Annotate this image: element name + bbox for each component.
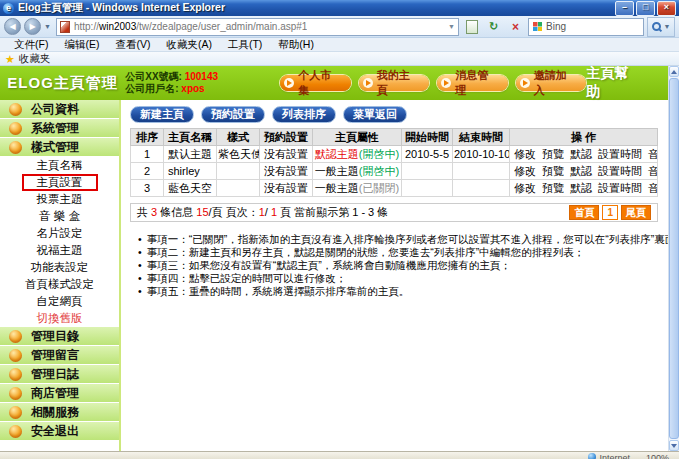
- menu-item[interactable]: 文件(F): [6, 38, 56, 52]
- operation-link[interactable]: 設置時間: [598, 165, 642, 177]
- sidebar-category[interactable]: 商店管理: [0, 384, 119, 403]
- favorites-label[interactable]: 收藏夹: [19, 52, 51, 66]
- operation-link[interactable]: 音樂盒: [648, 182, 658, 194]
- sidebar-category[interactable]: 樣式管理: [0, 138, 119, 157]
- sidebar-item[interactable]: 首頁樣式設定: [0, 276, 119, 293]
- operation-link[interactable]: 默認: [570, 182, 592, 194]
- orange-ball-icon: [9, 425, 22, 438]
- sidebar-item[interactable]: 主頁名稱: [0, 157, 119, 174]
- operation-link[interactable]: 預覽: [542, 165, 564, 177]
- sidebar-item[interactable]: 名片設定: [0, 225, 119, 242]
- pagination-text: 共 3 條信息 15/頁 頁次：1/ 1 頁 當前顯示第 1 - 3 條: [137, 205, 388, 220]
- pagination-segment: 頁 當前顯示第 1 - 3 條: [277, 206, 388, 218]
- cell-start-time[interactable]: 2010-5-5: [402, 146, 453, 163]
- operation-link[interactable]: 修改: [514, 165, 536, 177]
- window-title: Elog主頁管理 - Windows Internet Explorer: [18, 1, 225, 15]
- favorites-bar: 收藏夹: [0, 52, 679, 66]
- header-nav-button[interactable]: 消息管理: [437, 75, 508, 91]
- sidebar-item[interactable]: 祝福主題: [0, 242, 119, 259]
- sidebar-category[interactable]: 相關服務: [0, 403, 119, 422]
- header-nav-button[interactable]: 个人市集: [280, 75, 351, 91]
- toolbar-button[interactable]: 列表排序: [272, 106, 336, 123]
- sidebar-category[interactable]: 管理日誌: [0, 365, 119, 384]
- menu-item[interactable]: 查看(V): [107, 38, 158, 52]
- maximize-button[interactable]: □: [636, 1, 655, 16]
- search-button[interactable]: ▼: [647, 17, 675, 37]
- sidebar-category[interactable]: 系統管理: [0, 119, 119, 138]
- close-button[interactable]: ×: [657, 1, 676, 16]
- operation-link[interactable]: 音樂盒: [648, 148, 658, 160]
- address-dropdown-icon[interactable]: ▼: [448, 23, 455, 30]
- header-nav-button[interactable]: 我的主頁: [359, 75, 430, 91]
- cell-order: 1: [131, 146, 164, 163]
- sidebar-category[interactable]: 管理留言: [0, 346, 119, 365]
- scroll-down-icon[interactable]: [669, 440, 679, 451]
- cell-end-time: [453, 180, 510, 197]
- zoom-level[interactable]: 100%: [646, 453, 669, 459]
- stop-button[interactable]: ×: [506, 18, 525, 36]
- url-text: http://win2003/tw/zdealpage/user_admin/m…: [74, 21, 308, 32]
- minimize-button[interactable]: –: [615, 1, 634, 16]
- sidebar-item[interactable]: 功能表設定: [0, 259, 119, 276]
- page-button[interactable]: 尾頁: [621, 205, 651, 220]
- operation-link[interactable]: 修改: [514, 182, 536, 194]
- operation-link[interactable]: 設置時間: [598, 148, 642, 160]
- operation-link[interactable]: 默認: [570, 165, 592, 177]
- menu-bar: 文件(F)编辑(E)查看(V)收藏夹(A)工具(T)帮助(H): [0, 38, 679, 52]
- sidebar-item-label: 音 樂 盒: [39, 209, 80, 224]
- operation-link[interactable]: 設置時間: [598, 182, 642, 194]
- refresh-button[interactable]: ↻: [484, 18, 503, 36]
- table-header-cell: 樣式: [217, 129, 260, 146]
- operation-link[interactable]: 默認: [570, 148, 592, 160]
- menu-item[interactable]: 收藏夹(A): [158, 38, 220, 52]
- menu-item[interactable]: 编辑(E): [56, 38, 107, 52]
- toolbar-button[interactable]: 預約設置: [201, 106, 265, 123]
- sidebar-item-label: 投票主題: [37, 192, 83, 207]
- cell-operations: 修改預覽默認設置時間音樂盒幻燈片刪除: [510, 180, 658, 197]
- cell-end-time: [453, 163, 510, 180]
- page-button[interactable]: 1: [602, 205, 618, 220]
- sidebar-category[interactable]: 安全退出: [0, 422, 119, 441]
- sidebar-item[interactable]: 音 樂 盒: [0, 208, 119, 225]
- sidebar-item[interactable]: 主頁設置: [0, 174, 119, 191]
- toolbar-button[interactable]: 新建主頁: [130, 106, 194, 123]
- attribute-main: 默認主題: [315, 148, 359, 160]
- history-dropdown-icon[interactable]: ▼: [44, 23, 51, 30]
- scrollbar-thumb[interactable]: [669, 78, 679, 439]
- cell-order: 2: [131, 163, 164, 180]
- header-nav-button-label: 消息管理: [455, 68, 499, 98]
- cell-style: [217, 180, 260, 197]
- operation-link[interactable]: 修改: [514, 148, 536, 160]
- operation-link[interactable]: 預覽: [542, 182, 564, 194]
- cell-attribute: 一般主題(已關閉): [313, 180, 402, 197]
- toolbar-button[interactable]: 菜單返回: [343, 106, 407, 123]
- table-header-cell: 操 作: [510, 129, 658, 146]
- table-header-cell: 主頁屬性: [313, 129, 402, 146]
- sidebar-item[interactable]: 切換舊版: [0, 310, 119, 327]
- operation-link[interactable]: 音樂盒: [648, 165, 658, 177]
- menu-item[interactable]: 工具(T): [220, 38, 270, 52]
- sidebar-category[interactable]: 公司資料: [0, 100, 119, 119]
- cell-end-time[interactable]: 2010-10-10: [453, 146, 510, 163]
- forward-button[interactable]: ▶: [24, 18, 41, 35]
- sidebar-category[interactable]: 管理目錄: [0, 327, 119, 346]
- security-zone: Internet: [588, 453, 630, 459]
- table-header-cell: 結束時間: [453, 129, 510, 146]
- operation-link[interactable]: 預覽: [542, 148, 564, 160]
- back-button[interactable]: ◀: [4, 18, 21, 35]
- search-input[interactable]: Bing: [528, 18, 644, 36]
- vertical-scrollbar[interactable]: [668, 66, 679, 451]
- sidebar-item[interactable]: 投票主題: [0, 191, 119, 208]
- header-nav-button[interactable]: 邀請加入: [516, 75, 587, 91]
- menu-item[interactable]: 帮助(H): [270, 38, 322, 52]
- help-link[interactable]: 主頁幫助: [586, 65, 642, 101]
- table-header-row: 排序主頁名稱樣式預約設置主頁屬性開始時間結束時間操 作: [131, 129, 658, 146]
- search-icon: [652, 22, 662, 32]
- sidebar-item[interactable]: 自定網頁: [0, 293, 119, 310]
- page-button[interactable]: 首頁: [569, 205, 599, 220]
- compatibility-view-button[interactable]: [462, 18, 481, 36]
- pagination-segment: 條信息: [157, 206, 196, 218]
- attribute-state: (開啓中): [359, 165, 399, 177]
- address-bar[interactable]: http://win2003/tw/zdealpage/user_admin/m…: [56, 18, 459, 36]
- scroll-up-icon[interactable]: [669, 66, 679, 77]
